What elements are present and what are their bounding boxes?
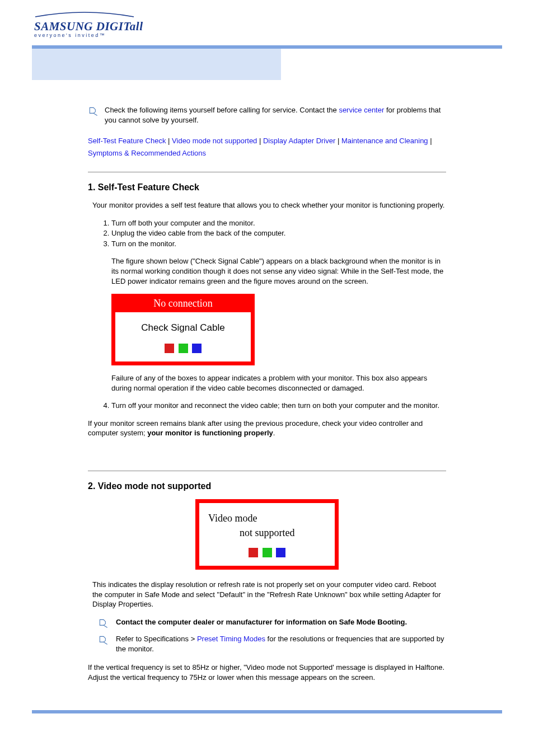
concl-bold: your monitor is functioning properly	[147, 429, 273, 437]
section-divider	[88, 471, 446, 471]
preset-timing-link[interactable]: Preset Timing Modes	[197, 635, 265, 643]
fig2-line2: not supported	[208, 525, 331, 540]
nav-symptoms[interactable]: Symptoms & Recommended Actions	[88, 149, 206, 157]
step-item: Turn on the monitor.	[111, 239, 446, 249]
nav-sep: |	[259, 137, 263, 145]
section-divider	[88, 172, 446, 172]
service-center-link[interactable]: service center	[339, 106, 384, 114]
halftone-note: If the vertical frequency is set to 85Hz…	[88, 663, 446, 682]
section-1-intro: Your monitor provides a self test featur…	[92, 200, 446, 210]
logo-text: SAMSUNG DIGITall	[34, 20, 143, 34]
refer-specs-text: Refer to Specifications > Preset Timing …	[116, 634, 446, 654]
failure-note: Failure of any of the boxes to appear in…	[111, 373, 446, 393]
section-1-conclusion: If your monitor screen remains blank aft…	[88, 419, 446, 438]
nav-display-adapter[interactable]: Display Adapter Driver	[263, 137, 335, 145]
rgb-squares	[199, 546, 335, 566]
blue-square	[192, 344, 202, 353]
svg-line-2	[104, 642, 107, 645]
svg-line-0	[93, 113, 97, 115]
green-square	[179, 344, 188, 353]
video-mode-figure: Video mode not supported	[195, 499, 339, 570]
fig2-line1: Video mode	[208, 511, 331, 525]
steps-list: Turn off both your computer and the moni…	[101, 218, 446, 249]
red-square	[249, 548, 258, 557]
blue-square	[276, 548, 285, 557]
footer-band	[32, 710, 502, 713]
intro-text: Check the following items yourself befor…	[105, 105, 446, 125]
svg-line-1	[104, 625, 107, 627]
section-2-title: 2. Video mode not supported	[88, 481, 446, 491]
figure-body: Check Signal Cable	[115, 312, 251, 341]
step-item: Turn off your monitor and reconnect the …	[111, 401, 446, 411]
nav-links: Self-Test Feature Check | Video mode not…	[88, 135, 446, 159]
pushpin-icon	[88, 106, 102, 118]
rgb-squares	[115, 341, 251, 361]
green-square	[263, 548, 272, 557]
concl-post: .	[273, 429, 275, 437]
section-2-desc: This indicates the display resolution or…	[92, 580, 446, 609]
figure-header: No connection	[115, 298, 251, 312]
refer-pre: Refer to Specifications >	[116, 635, 197, 643]
logo-area: SAMSUNG DIGITall everyone's invited™	[32, 6, 502, 43]
no-connection-figure: No connection Check Signal Cable	[111, 294, 255, 365]
pushpin-icon	[98, 618, 113, 631]
header-block	[32, 49, 502, 80]
red-square	[165, 344, 174, 353]
step-item: Unplug the video cable from the back of …	[111, 228, 446, 238]
nav-video-mode[interactable]: Video mode not supported	[172, 137, 257, 145]
contact-dealer-text: Contact the computer dealer or manufactu…	[116, 617, 446, 627]
pushpin-icon	[98, 635, 113, 648]
intro-pre: Check the following items yourself befor…	[105, 106, 339, 114]
step-item: Turn off both your computer and the moni…	[111, 218, 446, 228]
step-3-note: The figure shown below ("Check Signal Ca…	[111, 256, 446, 286]
section-1-title: 1. Self-Test Feature Check	[88, 182, 446, 192]
nav-sep: |	[430, 137, 432, 145]
steps-list-2: Turn off your monitor and reconnect the …	[101, 401, 446, 411]
nav-self-test[interactable]: Self-Test Feature Check	[88, 137, 166, 145]
figure-body-2: Video mode not supported	[199, 503, 335, 546]
nav-sep: |	[338, 137, 341, 145]
nav-maintenance[interactable]: Maintenance and Cleaning	[341, 137, 428, 145]
